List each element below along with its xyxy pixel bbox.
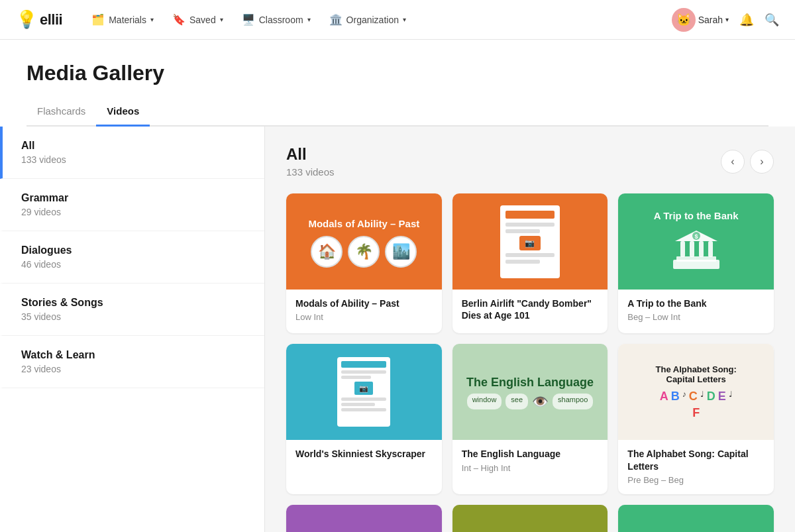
thumbnail-berlin: 📷 xyxy=(452,193,608,290)
news-doc-line xyxy=(341,398,386,401)
video-card-third-conditional[interactable]: Third Conditional Third Conditional xyxy=(286,505,442,532)
skyscraper-newspaper: 📷 xyxy=(337,357,390,427)
video-card-berlin[interactable]: 📷 Berlin Airlift "Candy Bomber" Dies at … xyxy=(452,193,608,333)
svg-text:$: $ xyxy=(694,233,698,240)
content-title-block: All 133 videos xyxy=(286,145,335,178)
video-title: The English Language xyxy=(462,448,599,460)
letter-d: D xyxy=(707,390,716,403)
header-right: 🐱 Sarah ▾ 🔔 🔍 xyxy=(672,8,779,32)
speech-bubble-see: see xyxy=(505,394,528,409)
alphabet-letters-display: A B ♪ C ♩ D E ♩ F xyxy=(657,390,736,420)
organization-icon: 🏛️ xyxy=(329,13,343,26)
svg-rect-1 xyxy=(676,256,716,262)
next-button[interactable]: › xyxy=(750,150,774,174)
nav-item-classroom[interactable]: 🖥️ Classroom ▾ xyxy=(234,8,319,31)
body-layout: All 133 videos Grammar 29 videos Dialogu… xyxy=(0,127,795,532)
sidebar-item-grammar[interactable]: Grammar 29 videos xyxy=(0,179,264,231)
thumbnail-bank: A Trip to the Bank xyxy=(618,193,774,290)
user-name: Sarah xyxy=(698,15,723,25)
nav-item-materials[interactable]: 🗂️ Materials ▾ xyxy=(83,8,162,31)
nav-item-saved[interactable]: 🔖 Saved ▾ xyxy=(164,8,231,31)
tab-flashcards[interactable]: Flashcards xyxy=(26,99,96,127)
speech-bubble-shampoo: shampoo xyxy=(553,394,593,409)
thumbnail-english: The English Language window see 👁️ shamp… xyxy=(452,344,608,440)
video-title: World's Skinniest Skyscraper xyxy=(295,448,433,460)
sidebar-item-all[interactable]: All 133 videos xyxy=(0,127,264,179)
materials-icon: 🗂️ xyxy=(91,13,105,26)
sidebar-item-stories-songs[interactable]: Stories & Songs 35 videos xyxy=(0,284,264,336)
notifications-icon[interactable]: 🔔 xyxy=(739,13,754,27)
sidebar-item-count: 29 videos xyxy=(21,207,246,217)
thumbnail-comparative: Comparative Adjectives xyxy=(618,505,774,532)
video-info-english: The English Language Int – High Int xyxy=(452,440,608,482)
circle-city: 🏙️ xyxy=(385,236,417,268)
video-card-going-shopping[interactable]: Going Shopping (Beg) Going Shopping Beg xyxy=(452,505,608,532)
user-menu[interactable]: 🐱 Sarah ▾ xyxy=(672,8,729,32)
sidebar-item-watch-learn[interactable]: Watch & Learn 23 videos xyxy=(0,336,264,388)
music-note3: ♩ xyxy=(729,390,733,403)
circle-farm: 🏠 xyxy=(311,236,343,268)
tabs: Flashcards Videos xyxy=(26,99,768,127)
page-title: Media Gallery xyxy=(26,61,768,85)
camera-graphic: 📷 xyxy=(354,382,373,395)
sidebar-item-count: 35 videos xyxy=(21,311,246,322)
header: 💡 ellii 🗂️ Materials ▾ 🔖 Saved ▾ 🖥️ Clas… xyxy=(0,0,795,40)
music-note2: ♩ xyxy=(700,390,704,403)
video-title: A Trip to the Bank xyxy=(627,297,765,309)
english-title-text: The English Language xyxy=(461,372,599,391)
nav-label-organization: Organization xyxy=(346,15,399,25)
nav-label-materials: Materials xyxy=(109,15,146,25)
video-title: Berlin Airlift "Candy Bomber" Dies at Ag… xyxy=(462,297,599,321)
content-count: 133 videos xyxy=(286,166,335,178)
tab-videos[interactable]: Videos xyxy=(96,99,150,127)
video-card-alphabet[interactable]: The Alphabet Song:Capital Letters A B ♪ … xyxy=(618,344,774,494)
news-doc-line xyxy=(341,370,386,374)
video-level: Pre Beg – Beg xyxy=(627,475,765,485)
thumbnail-shopping: Going Shopping (Beg) xyxy=(452,505,608,532)
logo-icon: 💡 xyxy=(16,9,37,30)
video-info-modals: Modals of Ability – Past Low Int xyxy=(286,290,442,331)
main-nav: 🗂️ Materials ▾ 🔖 Saved ▾ 🖥️ Classroom ▾ … xyxy=(83,8,671,31)
svg-rect-2 xyxy=(680,241,685,257)
search-icon[interactable]: 🔍 xyxy=(765,13,779,27)
alphabet-title-text: The Alphabet Song:Capital Letters xyxy=(656,364,737,384)
prev-button[interactable]: ‹ xyxy=(721,150,745,174)
video-title: Modals of Ability – Past xyxy=(295,297,433,309)
english-speech-area: window see 👁️ shampoo xyxy=(462,391,599,412)
logo[interactable]: 💡 ellii xyxy=(16,9,62,30)
chevron-down-icon: ▾ xyxy=(220,16,223,23)
sidebar: All 133 videos Grammar 29 videos Dialogu… xyxy=(0,127,265,532)
news-doc-line xyxy=(341,376,370,379)
content-header: All 133 videos ‹ › xyxy=(286,145,774,178)
avatar: 🐱 xyxy=(672,8,696,32)
news-line xyxy=(505,253,555,257)
news-doc-line xyxy=(341,408,386,411)
video-card-comparative[interactable]: Comparative Adjectives Comparative Adjec… xyxy=(618,505,774,532)
news-line xyxy=(505,229,540,233)
circle-beach: 🌴 xyxy=(348,236,380,268)
sidebar-item-count: 46 videos xyxy=(21,259,246,270)
chevron-down-icon: ▾ xyxy=(150,16,154,23)
video-card-modals[interactable]: Modals of Ability – Past 🏠 🌴 🏙️ xyxy=(286,193,442,333)
letter-a: A xyxy=(660,390,668,403)
sidebar-item-name: Dialogues xyxy=(21,244,246,256)
pagination-arrows: ‹ › xyxy=(721,150,774,174)
thumbnail-third: Third Conditional xyxy=(286,505,442,532)
video-info-bank: A Trip to the Bank Beg – Low Int xyxy=(618,290,774,331)
sidebar-item-count: 23 videos xyxy=(21,364,246,374)
news-line xyxy=(505,260,540,264)
classroom-icon: 🖥️ xyxy=(242,13,255,26)
bank-title-text: A Trip to the Bank xyxy=(654,210,739,221)
video-level: Int – High Int xyxy=(462,463,599,473)
nav-label-saved: Saved xyxy=(189,15,216,25)
thumbnail-skyscraper: 📷 xyxy=(286,344,442,440)
chevron-down-icon: ▾ xyxy=(403,16,406,23)
video-card-english[interactable]: The English Language window see 👁️ shamp… xyxy=(452,344,608,494)
video-card-bank[interactable]: A Trip to the Bank xyxy=(618,193,774,333)
sidebar-item-count: 133 videos xyxy=(21,154,246,165)
camera-icon: 📷 xyxy=(519,236,541,250)
video-card-skyscraper[interactable]: 📷 World's Skinniest Skyscraper xyxy=(286,344,442,494)
nav-item-organization[interactable]: 🏛️ Organization ▾ xyxy=(321,8,414,31)
sidebar-item-dialogues[interactable]: Dialogues 46 videos xyxy=(0,231,264,284)
news-line xyxy=(505,223,555,227)
